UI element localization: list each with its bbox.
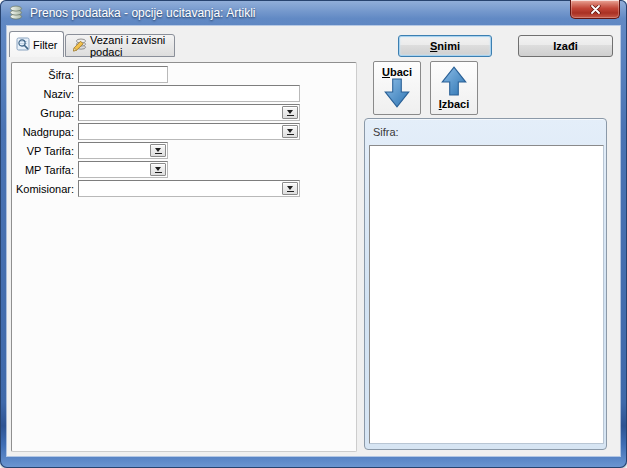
sifra-input[interactable] (78, 66, 168, 83)
add-button[interactable]: Ubaci (373, 61, 421, 115)
filter-form-panel: Šifra: Naziv: Grupa: Nadgrupa: (11, 62, 357, 452)
titlebar[interactable]: Prenos podataka - opcije ucitavanja: Art… (0, 0, 627, 26)
komisionar-combo[interactable] (78, 180, 300, 197)
tab-related-data[interactable]: Vezani i zavisni podaci (65, 34, 175, 57)
sifra-label: Šifra: (12, 69, 74, 81)
window-title: Prenos podataka - opcije ucitavanja: Art… (30, 6, 255, 20)
client-area: Filter Vezani i zavisni podaci Snimi Iza… (7, 26, 620, 456)
mp-tarifa-combo[interactable] (78, 161, 168, 178)
chevron-down-icon[interactable] (282, 182, 298, 195)
naziv-label: Naziv: (12, 88, 74, 100)
tab-filter[interactable]: Filter (9, 31, 64, 57)
save-button-accel: S (430, 40, 437, 52)
nadgrupa-label: Nadgrupa: (12, 126, 74, 138)
chevron-down-icon[interactable] (150, 144, 166, 157)
add-button-label: Ubaci (382, 66, 412, 78)
mp-tarifa-label: MP Tarifa: (12, 164, 74, 176)
database-icon (8, 5, 24, 21)
sifra-group-panel: Sifra: (364, 118, 607, 450)
chevron-down-icon[interactable] (150, 163, 166, 176)
tab-related-data-label: Vezani i zavisni podaci (90, 34, 168, 58)
chevron-down-icon[interactable] (282, 125, 298, 138)
arrow-down-icon (384, 78, 410, 110)
arrow-up-icon (441, 66, 467, 98)
sifra-list-header: Sifra: (365, 119, 606, 144)
chevron-down-icon[interactable] (282, 106, 298, 119)
sifra-listbox[interactable] (369, 145, 604, 444)
tab-filter-label: Filter (33, 39, 57, 51)
close-icon (590, 0, 601, 18)
exit-button-label: Izađi (553, 40, 577, 52)
remove-button-label: Izbaci (439, 98, 470, 110)
save-button[interactable]: Snimi (398, 35, 492, 57)
grupa-label: Grupa: (12, 107, 74, 119)
filter-magnifier-icon (16, 37, 30, 53)
database-edit-icon (72, 38, 87, 54)
vp-tarifa-label: VP Tarifa: (12, 145, 74, 157)
save-button-label: nimi (437, 40, 460, 52)
dialog-window: Prenos podataka - opcije ucitavanja: Art… (0, 0, 627, 468)
grupa-combo[interactable] (78, 104, 300, 121)
komisionar-label: Komisionar: (12, 183, 74, 195)
remove-button[interactable]: Izbaci (430, 61, 478, 115)
nadgrupa-combo[interactable] (78, 123, 300, 140)
close-button[interactable] (570, 0, 620, 19)
exit-button[interactable]: Izađi (518, 35, 613, 57)
naziv-input[interactable] (78, 85, 300, 102)
vp-tarifa-combo[interactable] (78, 142, 168, 159)
